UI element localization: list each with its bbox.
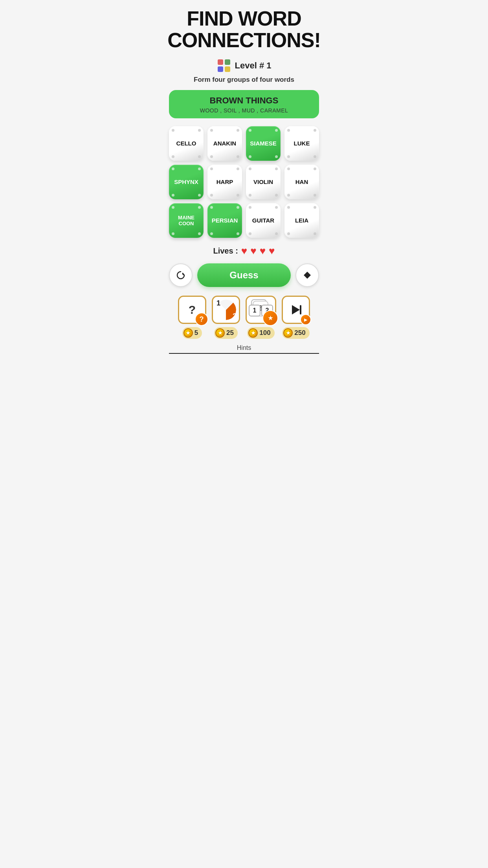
refresh-icon [176,270,186,280]
tile-persian[interactable]: PERSIAN [207,203,242,238]
svg-rect-0 [218,59,223,65]
tile-guitar[interactable]: GUITAR [246,203,281,238]
svg-rect-5 [300,305,301,314]
erase-icon [302,270,312,280]
guess-button[interactable]: Guess [197,263,291,287]
solved-banner: BROWN THINGS WOOD , SOIL , MUD , CARAMEL [169,90,319,118]
hint-reveal-icon: 4 3 1 2 ★ [246,296,276,324]
coin-icon-1: ★ [183,328,193,338]
coin-icon-2: ★ [215,328,225,338]
hint-skip-icon: ▶ [282,296,310,324]
heart-4: ♥ [269,245,275,257]
erase-button[interactable] [295,263,319,287]
tile-sphynx[interactable]: SPHYNX [169,165,204,199]
coin-icon-3: ★ [248,328,258,338]
hint-skip-cost: ★ 250 [282,327,309,339]
tile-luke[interactable]: LUKE [284,126,319,161]
coin-icon-4: ★ [283,328,293,338]
hint-reveal: 4 3 1 2 ★ ★ 100 [246,296,276,339]
hint-skip-badge: ▶ [300,314,311,325]
hint-skip: ▶ ★ 250 [282,296,310,339]
word-grid: CELLO ANAKIN SIAMESE LUKE SPHYNX HARP [169,126,319,238]
hint-swap-cost: ★ 25 [214,327,238,339]
tile-cello[interactable]: CELLO [169,126,204,161]
banner-title: BROWN THINGS [177,96,311,106]
shuffle-button[interactable] [169,263,193,287]
tile-harp[interactable]: HARP [207,165,242,199]
app-container: FIND WORDCONNECTIONS! Level # 1 Form fou… [163,0,325,358]
heart-1: ♥ [241,245,247,257]
hint-reveal-badge: ★ [262,310,278,326]
hint-question-cost: ★ 5 [182,327,202,339]
tile-maine-coon[interactable]: MAINE COON [169,203,204,238]
subtitle: Form four groups of four words [194,76,294,84]
heart-3: ♥ [260,245,266,257]
heart-2: ♥ [250,245,256,257]
hint-question-icon: ? ? [178,296,206,324]
grid-icon [217,59,231,73]
tile-anakin[interactable]: ANAKIN [207,126,242,161]
lives-row: Lives : ♥ ♥ ♥ ♥ [213,245,275,257]
bottom-divider [169,353,319,354]
hint-question: ? ? ★ 5 [178,296,206,339]
banner-words: WOOD , SOIL , MUD , CARAMEL [177,107,311,114]
svg-marker-4 [292,305,300,314]
hint-swap: 1 2 ★ 25 [212,296,240,339]
svg-rect-1 [225,59,230,65]
tile-han[interactable]: HAN [284,165,319,199]
tile-siamese[interactable]: SIAMESE [246,126,281,161]
tile-leia[interactable]: LEIA [284,203,319,238]
level-row: Level # 1 [217,59,272,73]
page-title: FIND WORDCONNECTIONS! [167,8,321,51]
skip-icon [289,303,303,317]
level-text: Level # 1 [235,61,272,71]
hints-row: ? ? ★ 5 1 [169,296,319,339]
tile-violin[interactable]: VIOLIN [246,165,281,199]
lives-label: Lives : [213,246,238,256]
svg-rect-2 [218,66,223,72]
controls-row: Guess [169,263,319,287]
hint-reveal-cost: ★ 100 [247,327,274,339]
hint-swap-icon: 1 2 [212,296,240,324]
svg-rect-3 [225,66,230,72]
hints-label: Hints [237,344,251,351]
hint-question-badge: ? [195,313,208,326]
